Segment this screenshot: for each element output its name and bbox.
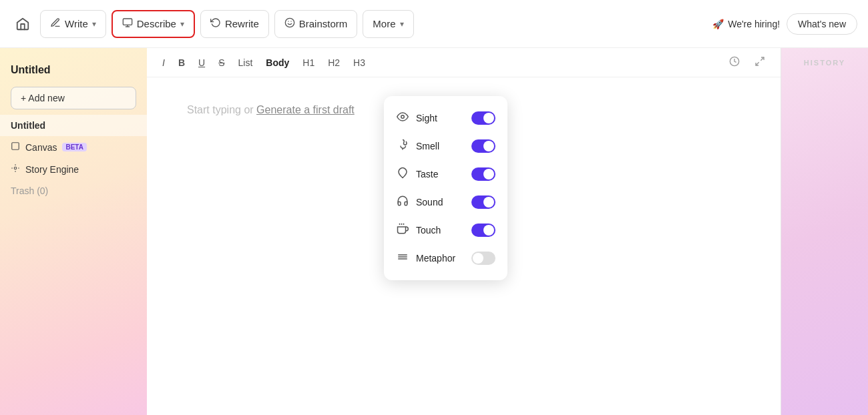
describe-dropdown: Sight Smell Ta <box>384 96 507 280</box>
describe-chevron: ▾ <box>180 19 184 29</box>
sidebar-item-untitled[interactable]: Untitled <box>0 115 147 136</box>
touch-icon <box>396 223 409 238</box>
more-chevron: ▾ <box>400 19 404 29</box>
story-engine-icon <box>11 163 20 175</box>
describe-label: Describe <box>137 18 176 29</box>
whats-new-label: What's new <box>798 19 846 29</box>
rocket-icon: 🚀 <box>712 19 724 29</box>
svg-rect-4 <box>12 143 19 150</box>
taste-label: Taste <box>416 169 438 179</box>
dropdown-item-taste[interactable]: Taste <box>384 160 507 188</box>
generate-draft-link[interactable]: Generate a first draft <box>256 104 355 115</box>
main-layout: Untitled + Add new Untitled Canvas BETA … <box>0 48 868 415</box>
more-button[interactable]: More ▾ <box>363 10 413 38</box>
write-icon <box>50 17 61 31</box>
svg-point-9 <box>401 115 405 119</box>
brainstorm-icon <box>284 17 295 31</box>
dropdown-item-metaphor[interactable]: Metaphor <box>384 244 507 272</box>
right-panel: HISTORY <box>781 48 868 415</box>
dropdown-item-smell[interactable]: Smell <box>384 132 507 160</box>
whats-new-button[interactable]: What's new <box>787 13 857 35</box>
sound-toggle[interactable] <box>471 195 495 209</box>
sidebar-item-untitled-label: Untitled <box>11 120 45 131</box>
add-new-label: + Add new <box>21 93 65 103</box>
bold-button[interactable]: B <box>174 55 190 70</box>
h2-button[interactable]: H2 <box>323 55 345 70</box>
doc-title: Untitled <box>0 59 147 81</box>
sidebar-item-trash[interactable]: Trash (0) <box>0 180 147 201</box>
editor-area: I B U S List Body H1 H2 H3 <box>147 48 781 415</box>
beta-badge: BETA <box>62 143 86 151</box>
sidebar-item-canvas[interactable]: Canvas BETA <box>0 136 147 158</box>
metaphor-toggle[interactable] <box>471 252 495 265</box>
history-label: HISTORY <box>804 59 845 67</box>
editor-toolbar: I B U S List Body H1 H2 H3 <box>147 48 781 77</box>
h1-button[interactable]: H1 <box>298 55 319 70</box>
sound-label: Sound <box>416 197 443 208</box>
rewrite-icon <box>210 17 221 31</box>
metaphor-label: Metaphor <box>416 253 455 264</box>
italic-button[interactable]: I <box>158 55 170 70</box>
metaphor-icon <box>396 251 409 266</box>
add-new-button[interactable]: + Add new <box>11 87 136 109</box>
topbar: Write ▾ Describe ▾ Rewrite <box>0 0 868 48</box>
more-label: More <box>373 18 395 29</box>
expand-button[interactable] <box>750 54 770 71</box>
sight-icon <box>396 111 409 125</box>
taste-icon <box>396 167 409 181</box>
dropdown-item-sound[interactable]: Sound <box>384 188 507 216</box>
brainstorm-label: Brainstorm <box>299 18 348 29</box>
dropdown-item-touch[interactable]: Touch <box>384 216 507 244</box>
sound-icon <box>396 195 409 210</box>
touch-toggle[interactable] <box>471 224 495 237</box>
describe-icon <box>122 17 133 31</box>
clock-icon <box>729 58 740 69</box>
brainstorm-button[interactable]: Brainstorm <box>274 10 358 38</box>
toolbar-right <box>724 54 770 71</box>
rewrite-button[interactable]: Rewrite <box>200 10 269 38</box>
editor-placeholder: Start typing or <box>187 104 254 115</box>
svg-line-7 <box>761 57 764 61</box>
canvas-icon <box>11 141 20 153</box>
rewrite-label: Rewrite <box>225 18 259 29</box>
body-button[interactable]: Body <box>261 55 294 70</box>
sidebar-item-story-engine-label: Story Engine <box>25 164 79 175</box>
smell-toggle[interactable] <box>471 139 495 153</box>
history-button[interactable] <box>724 54 744 71</box>
svg-rect-0 <box>123 19 132 25</box>
sight-label: Sight <box>416 113 437 123</box>
hiring-button[interactable]: 🚀 We're hiring! <box>712 19 780 29</box>
sidebar-item-story-engine[interactable]: Story Engine <box>0 158 147 180</box>
smell-label: Smell <box>416 141 439 151</box>
touch-label: Touch <box>416 225 441 236</box>
topbar-left: Write ▾ Describe ▾ Rewrite <box>11 10 414 38</box>
sight-toggle[interactable] <box>471 111 495 125</box>
taste-toggle[interactable] <box>471 167 495 181</box>
sidebar-item-canvas-label: Canvas <box>25 142 57 153</box>
h3-button[interactable]: H3 <box>349 55 370 70</box>
svg-point-5 <box>14 167 17 169</box>
expand-icon <box>754 58 765 69</box>
home-icon[interactable] <box>11 12 35 36</box>
list-button[interactable]: List <box>233 55 257 70</box>
sidebar: Untitled + Add new Untitled Canvas BETA … <box>0 48 147 415</box>
dropdown-item-sight[interactable]: Sight <box>384 104 507 132</box>
underline-button[interactable]: U <box>194 55 210 70</box>
hiring-label: We're hiring! <box>728 19 780 29</box>
svg-line-8 <box>756 62 759 65</box>
write-chevron: ▾ <box>92 19 96 29</box>
smell-icon <box>396 139 409 153</box>
write-button[interactable]: Write ▾ <box>40 10 106 38</box>
sidebar-item-trash-label: Trash (0) <box>11 185 48 196</box>
describe-button[interactable]: Describe ▾ <box>112 10 195 38</box>
write-label: Write <box>65 18 88 29</box>
strikethrough-button[interactable]: S <box>214 55 229 70</box>
svg-point-1 <box>285 18 294 27</box>
topbar-right: 🚀 We're hiring! What's new <box>712 13 857 35</box>
